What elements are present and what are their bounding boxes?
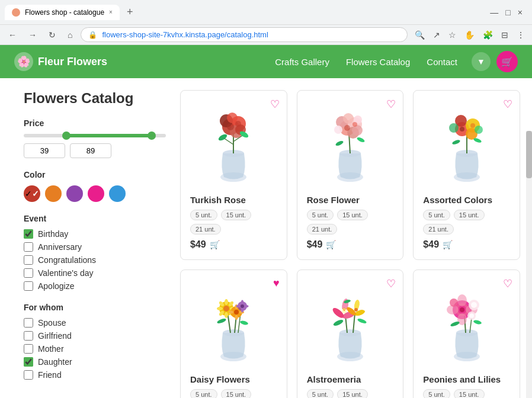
event-congratulations-label[interactable]: Congratulations bbox=[38, 255, 96, 265]
svg-point-71 bbox=[240, 320, 249, 325]
color-swatch-orange[interactable] bbox=[45, 185, 62, 202]
event-apologize-label[interactable]: Apologize bbox=[38, 281, 75, 291]
maximize-button[interactable]: □ bbox=[505, 8, 510, 17]
price-max-input[interactable] bbox=[70, 143, 111, 158]
variant-5-2[interactable]: 5 unt. bbox=[307, 210, 334, 220]
for-whom-friend-label[interactable]: Friend bbox=[38, 370, 62, 380]
color-swatch-purple[interactable] bbox=[66, 185, 83, 202]
back-button[interactable]: ← bbox=[5, 28, 20, 42]
variant-15-5[interactable]: 15 unt. bbox=[337, 389, 368, 398]
variant-21-3[interactable]: 21 unt. bbox=[423, 224, 454, 235]
variant-5-3[interactable]: 5 unt. bbox=[423, 210, 450, 220]
nav-link-crafts[interactable]: Crafts Gallery bbox=[275, 57, 329, 67]
event-valentines-checkbox[interactable] bbox=[24, 268, 33, 278]
address-bar[interactable]: 🔒 bbox=[81, 27, 408, 42]
color-swatch-blue[interactable] bbox=[109, 185, 126, 202]
tab-grid-icon-btn[interactable]: ⊟ bbox=[499, 28, 511, 42]
price-thumb-max[interactable] bbox=[148, 131, 156, 140]
variant-5-4[interactable]: 5 unt. bbox=[190, 389, 217, 398]
for-whom-spouse-label[interactable]: Spouse bbox=[38, 318, 66, 328]
share-icon-btn[interactable]: ↗ bbox=[431, 28, 443, 42]
wishlist-button-5[interactable]: ♡ bbox=[386, 277, 396, 290]
price-value-3: $49 bbox=[423, 239, 439, 250]
minimize-button[interactable]: — bbox=[490, 8, 498, 17]
reload-button[interactable]: ↻ bbox=[45, 28, 59, 42]
event-birthday-label[interactable]: Birthday bbox=[38, 229, 68, 239]
tab-title: Flowers shop - catalogue bbox=[25, 8, 104, 17]
url-input[interactable] bbox=[102, 30, 400, 39]
for-whom-mother-checkbox[interactable] bbox=[24, 344, 33, 354]
price-slider-track[interactable] bbox=[24, 134, 166, 137]
variant-21-2[interactable]: 21 unt. bbox=[307, 224, 338, 235]
variant-5-6[interactable]: 5 unt. bbox=[423, 389, 450, 398]
price-thumb-min[interactable] bbox=[62, 131, 70, 140]
for-whom-girlfriend-label[interactable]: Girlfriend bbox=[38, 331, 72, 341]
event-anniversary-checkbox[interactable] bbox=[24, 242, 33, 252]
event-anniversary-label[interactable]: Anniversary bbox=[38, 242, 82, 252]
add-to-cart-icon-1[interactable]: 🛒 bbox=[210, 240, 220, 249]
variant-15-1[interactable]: 15 unt. bbox=[221, 210, 252, 220]
event-birthday-checkbox[interactable] bbox=[24, 229, 33, 239]
wishlist-button-1[interactable]: ♡ bbox=[270, 98, 280, 111]
svg-point-68 bbox=[236, 305, 241, 307]
product-image-6 bbox=[423, 280, 510, 368]
event-apologize-checkbox[interactable] bbox=[24, 281, 33, 291]
product-card-6: ♡ bbox=[413, 269, 520, 398]
window-controls: — □ × bbox=[490, 8, 527, 17]
browser-tab-active[interactable]: Flowers shop - catalogue × bbox=[5, 5, 120, 20]
main-nav: 🌸 Fleur Flowers Crafts Gallery Flowers C… bbox=[0, 45, 532, 78]
sidebar: Flowers Catalog Price Color ✓ bbox=[24, 90, 166, 398]
for-whom-friend-checkbox[interactable] bbox=[24, 370, 33, 380]
browser-tabs: Flowers shop - catalogue × + bbox=[5, 4, 485, 21]
variant-5-5[interactable]: 5 unt. bbox=[307, 389, 334, 398]
svg-point-13 bbox=[217, 133, 228, 142]
wishlist-button-2[interactable]: ♡ bbox=[386, 98, 396, 111]
color-swatch-red[interactable]: ✓ bbox=[24, 185, 40, 202]
menu-icon-btn[interactable]: ⋮ bbox=[514, 28, 527, 42]
price-min-input[interactable] bbox=[24, 143, 65, 158]
for-whom-spouse-checkbox[interactable] bbox=[24, 318, 33, 328]
home-button[interactable]: ⌂ bbox=[64, 28, 76, 42]
bookmark-icon-btn[interactable]: ☆ bbox=[446, 28, 459, 42]
variant-21-1[interactable]: 21 unt. bbox=[190, 224, 221, 235]
close-button[interactable]: × bbox=[518, 8, 523, 17]
variant-15-3[interactable]: 15 unt. bbox=[454, 210, 485, 220]
wishlist-button-6[interactable]: ♡ bbox=[503, 277, 512, 290]
product-name-3: Assorted Colors bbox=[423, 195, 510, 205]
variant-15-6[interactable]: 15 unt. bbox=[454, 389, 485, 398]
extensions-icon-btn[interactable]: 🧩 bbox=[480, 28, 495, 42]
add-to-cart-icon-3[interactable]: 🛒 bbox=[443, 240, 453, 249]
scrollbar[interactable] bbox=[526, 131, 532, 398]
wishlist-button-4[interactable]: ♥ bbox=[273, 277, 280, 290]
variant-5-1[interactable]: 5 unt. bbox=[190, 210, 217, 220]
for-whom-mother-label[interactable]: Mother bbox=[38, 344, 64, 354]
for-whom-daughter-checkbox[interactable] bbox=[24, 357, 33, 367]
nav-link-catalog[interactable]: Flowers Catalog bbox=[346, 57, 410, 67]
color-swatches: ✓ bbox=[24, 185, 166, 202]
for-whom-girlfriend-checkbox[interactable] bbox=[24, 331, 33, 341]
scrollbar-thumb[interactable] bbox=[526, 131, 532, 178]
forward-button[interactable]: → bbox=[25, 28, 40, 42]
tab-favicon bbox=[12, 8, 20, 17]
new-tab-button[interactable]: + bbox=[122, 4, 138, 21]
variant-15-2[interactable]: 15 unt. bbox=[337, 210, 368, 220]
wishlist-button-3[interactable]: ♡ bbox=[503, 98, 512, 111]
nav-links: Crafts Gallery Flowers Catalog Contact bbox=[275, 57, 457, 67]
product-variants-5: 5 unt. 15 unt. 21 unt. bbox=[307, 389, 394, 398]
color-swatch-pink[interactable] bbox=[88, 185, 104, 202]
event-valentines-label[interactable]: Valentine's day bbox=[38, 268, 93, 278]
svg-point-37 bbox=[449, 123, 459, 133]
nav-dropdown-button[interactable]: ▼ bbox=[472, 52, 491, 71]
brand-icon: 🌸 bbox=[14, 52, 33, 71]
product-name-2: Rose Flower bbox=[307, 195, 394, 205]
touch-icon-btn[interactable]: ✋ bbox=[462, 28, 477, 42]
svg-point-104 bbox=[457, 294, 467, 306]
add-to-cart-icon-2[interactable]: 🛒 bbox=[326, 240, 336, 249]
for-whom-daughter-label[interactable]: Daughter bbox=[38, 357, 72, 367]
tab-close-button[interactable]: × bbox=[109, 9, 113, 15]
nav-cart-button[interactable]: 🛒 bbox=[496, 51, 518, 72]
event-congratulations-checkbox[interactable] bbox=[24, 255, 33, 265]
nav-link-contact[interactable]: Contact bbox=[427, 57, 457, 67]
variant-15-4[interactable]: 15 unt. bbox=[221, 389, 252, 398]
search-icon-btn[interactable]: 🔍 bbox=[412, 28, 427, 42]
